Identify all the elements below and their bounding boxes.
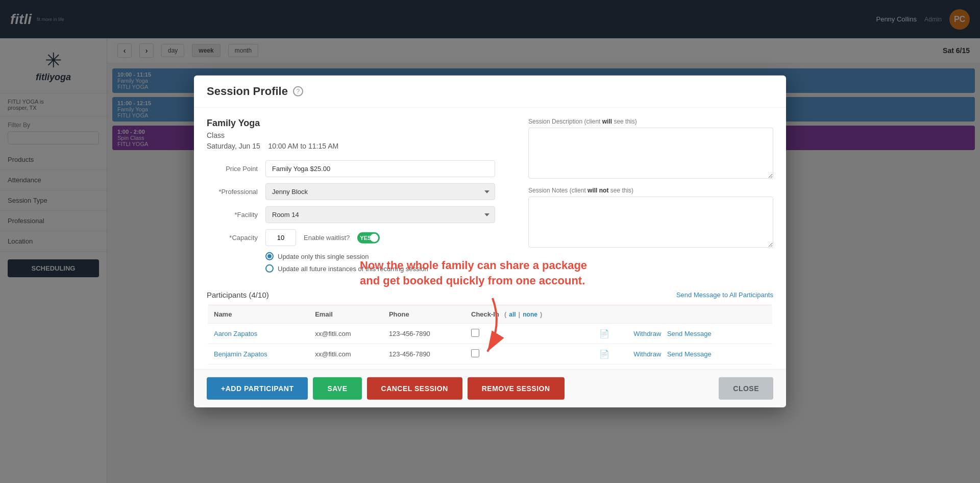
withdraw-link-1[interactable]: Withdraw (633, 350, 661, 358)
participants-title: Participants (4/10) (207, 291, 269, 299)
participant-doc-0: 📄 (593, 323, 628, 344)
session-left-panel: Family Yoga Class Saturday, Jun 15 10:00… (207, 118, 513, 280)
checkin-separator: | (519, 310, 521, 318)
participant-doc-1: 📄 (593, 344, 628, 364)
session-profile-modal: Session Profile ? Family Yoga Class Satu… (194, 76, 786, 407)
cancel-session-button[interactable]: CANCEL SESSION (367, 377, 462, 400)
capacity-input[interactable] (265, 229, 296, 246)
notes-bold: will not (587, 187, 608, 194)
doc-icon-1[interactable]: 📄 (599, 350, 609, 358)
withdraw-link-0[interactable]: Withdraw (633, 330, 661, 337)
radio-single-label: Update only this single session (278, 252, 369, 260)
price-point-row: Price Point (207, 160, 513, 177)
participant-email-0: xx@fitli.com (309, 323, 383, 344)
participants-header: Participants (4/10) Send Message to All … (207, 291, 773, 299)
save-button[interactable]: SAVE (313, 377, 361, 400)
participant-checkin-2 (465, 364, 593, 369)
checkin-parens-open: ( (504, 310, 506, 318)
session-type: Class (207, 131, 513, 139)
session-name: Family Yoga (207, 118, 513, 129)
participant-link-1[interactable]: Benjamin Zapatos (214, 350, 267, 358)
checkin-checkbox-1[interactable] (471, 349, 479, 357)
participant-phone-1: 123-456-7890 (383, 344, 465, 364)
participant-actions-2: Withdraw Send Message (627, 364, 773, 369)
capacity-row: *Capacity Enable waitlist? YES (207, 229, 513, 246)
description-textarea[interactable] (528, 128, 773, 179)
session-date: Saturday, Jun 15 (207, 142, 260, 150)
send-message-link-1[interactable]: Send Message (667, 350, 712, 358)
col-email: Email (309, 305, 383, 324)
participant-doc-2: 📄 (593, 364, 628, 369)
participant-name-0: Aaron Zapatos (207, 323, 309, 344)
checkin-all-link[interactable]: all (509, 310, 516, 318)
close-button[interactable]: CLOSE (719, 377, 773, 400)
session-right-panel: Session Description (client will see thi… (528, 118, 773, 280)
radio-all-sessions[interactable]: Update all future instances of this recu… (265, 264, 513, 273)
participant-checkin-1 (465, 344, 593, 364)
participant-link-0[interactable]: Aaron Zapatos (214, 330, 257, 337)
checkin-none-link[interactable]: none (523, 310, 537, 318)
participant-phone-0: 123-456-7890 (383, 323, 465, 344)
waitlist-label: Enable waitlist? (304, 234, 350, 242)
add-participant-button[interactable]: +ADD PARTICIPANT (207, 377, 308, 400)
professional-row: *Professional Jenny Block (207, 183, 513, 200)
toggle-yes-label: YES (360, 234, 371, 240)
col-name: Name (207, 305, 309, 324)
participant-name-1: Benjamin Zapatos (207, 344, 309, 364)
participant-name-2: Maria Zapatos (207, 364, 309, 369)
price-point-input[interactable] (265, 160, 495, 177)
facility-row: *Facility Room 14 (207, 206, 513, 223)
capacity-label: *Capacity (207, 234, 258, 242)
notes-textarea[interactable] (528, 197, 773, 248)
description-label: Session Description (client will see thi… (528, 118, 773, 125)
description-bold: will (602, 118, 612, 125)
col-doc (593, 305, 628, 324)
modal-title: Session Profile (207, 85, 288, 98)
session-info-section: Family Yoga Class Saturday, Jun 15 10:00… (207, 118, 773, 280)
table-row: Maria Zapatos xx@fitli.com 123-456-7890 … (207, 364, 773, 369)
radio-all-label: Update all future instances of this recu… (278, 264, 428, 272)
col-checkin: Check-In ( all | none ) (465, 305, 593, 324)
doc-icon-0[interactable]: 📄 (599, 329, 609, 338)
toggle-thumb (370, 233, 378, 242)
checkin-checkbox-0[interactable] (471, 329, 479, 337)
help-icon[interactable]: ? (293, 86, 303, 96)
send-message-all-link[interactable]: Send Message to All Participants (676, 291, 773, 299)
col-actions (627, 305, 773, 324)
professional-select[interactable]: Jenny Block (265, 183, 495, 200)
participant-email-2: xx@fitli.com (309, 364, 383, 369)
participant-phone-2: 123-456-7890 (383, 364, 465, 369)
professional-label: *Professional (207, 188, 258, 196)
checkin-parens-close: ) (540, 310, 542, 318)
participants-table: Name Email Phone Check-In ( all | none ) (207, 304, 773, 369)
table-header-row: Name Email Phone Check-In ( all | none ) (207, 305, 773, 324)
session-time: 10:00 AM to 11:15 AM (268, 142, 338, 150)
modal-body: Family Yoga Class Saturday, Jun 15 10:00… (194, 108, 786, 369)
radio-all-dot[interactable] (265, 264, 274, 273)
table-row: Benjamin Zapatos xx@fitli.com 123-456-78… (207, 344, 773, 364)
radio-single-session[interactable]: Update only this single session (265, 252, 513, 260)
radio-group: Update only this single session Update a… (265, 252, 513, 273)
remove-session-button[interactable]: REMOVE SESSION (468, 377, 565, 400)
participant-checkin-0 (465, 323, 593, 344)
checkin-header-label: Check-In (471, 310, 499, 318)
waitlist-toggle[interactable]: YES (357, 232, 380, 243)
radio-single-dot[interactable] (265, 252, 274, 260)
participant-email-1: xx@fitli.com (309, 344, 383, 364)
toggle-track[interactable]: YES (357, 232, 380, 243)
session-datetime: Saturday, Jun 15 10:00 AM to 11:15 AM (207, 142, 513, 150)
modal-footer: +ADD PARTICIPANT SAVE CANCEL SESSION REM… (194, 369, 786, 407)
send-message-link-0[interactable]: Send Message (667, 330, 712, 337)
facility-select[interactable]: Room 14 (265, 206, 495, 223)
participant-actions-1: Withdraw Send Message (627, 344, 773, 364)
price-point-label: Price Point (207, 165, 258, 173)
notes-label: Session Notes (client will not see this) (528, 187, 773, 194)
table-row: Aaron Zapatos xx@fitli.com 123-456-7890 … (207, 323, 773, 344)
participant-actions-0: Withdraw Send Message (627, 323, 773, 344)
col-phone: Phone (383, 305, 465, 324)
modal-header: Session Profile ? (194, 76, 786, 108)
facility-label: *Facility (207, 211, 258, 219)
